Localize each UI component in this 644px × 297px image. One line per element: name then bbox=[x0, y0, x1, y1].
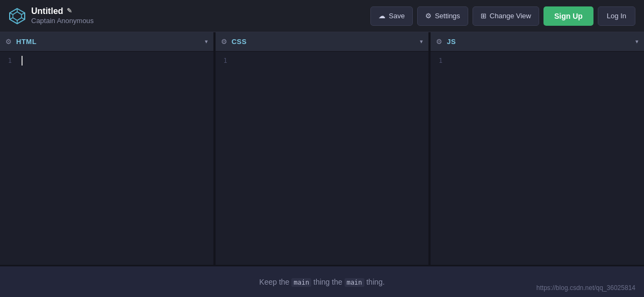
panel-gear-icon-js[interactable]: ⚙ bbox=[436, 38, 442, 46]
panel-html: ⚙ HTML ▾ 1 bbox=[0, 32, 216, 265]
panel-css: ⚙ CSS ▾ 1 bbox=[216, 32, 431, 265]
project-title-text[interactable]: Untitled bbox=[31, 6, 63, 17]
cloud-icon: ☁ bbox=[378, 12, 385, 20]
hint-code-2: main bbox=[345, 278, 364, 287]
panels-row: ⚙ HTML ▾ 1 ⚙ CSS ▾ bbox=[0, 32, 644, 265]
save-button[interactable]: ☁ Save bbox=[370, 6, 413, 26]
change-view-button[interactable]: ⊞ Change View bbox=[473, 6, 539, 26]
hint-text-2: thing the bbox=[313, 278, 342, 286]
panel-header-html: ⚙ HTML ▾ bbox=[0, 32, 213, 52]
settings-label: Settings bbox=[435, 12, 460, 20]
panel-header-left-js: ⚙ JS bbox=[436, 38, 456, 46]
code-cursor-html bbox=[22, 56, 23, 66]
panel-header-left-html: ⚙ HTML bbox=[5, 38, 37, 46]
settings-button[interactable]: ⚙ Settings bbox=[417, 6, 468, 26]
line-gutter-css: 1 bbox=[216, 56, 232, 66]
nav-left: Untitled ✎ Captain Anonymous bbox=[9, 6, 94, 26]
hint-code-1: main bbox=[291, 278, 311, 287]
view-icon: ⊞ bbox=[481, 12, 486, 20]
line-gutter-html: 1 bbox=[0, 56, 16, 66]
chevron-icon-css[interactable]: ▾ bbox=[420, 38, 423, 45]
line-num-js-1: 1 bbox=[439, 56, 442, 66]
panel-header-js: ⚙ JS ▾ bbox=[431, 32, 644, 52]
line-num-css-1: 1 bbox=[223, 56, 227, 66]
logo-icon bbox=[9, 8, 26, 25]
panel-header-css: ⚙ CSS ▾ bbox=[216, 32, 429, 52]
panel-label-css: CSS bbox=[232, 38, 247, 46]
nav-right: ☁ Save ⚙ Settings ⊞ Change View Sign Up … bbox=[370, 6, 635, 26]
panel-header-left-css: ⚙ CSS bbox=[221, 38, 247, 46]
panel-body-js[interactable]: 1 bbox=[431, 52, 644, 265]
save-label: Save bbox=[389, 12, 405, 20]
top-nav: Untitled ✎ Captain Anonymous ☁ Save ⚙ Se… bbox=[0, 0, 644, 32]
title-block: Untitled ✎ Captain Anonymous bbox=[31, 6, 94, 26]
change-view-label: Change View bbox=[490, 12, 531, 20]
panel-body-css[interactable]: 1 bbox=[216, 52, 429, 265]
bottom-bar: Keep the main thing the main thing. http… bbox=[0, 265, 644, 297]
panel-gear-icon-css[interactable]: ⚙ bbox=[221, 38, 227, 46]
panel-js: ⚙ JS ▾ 1 bbox=[431, 32, 644, 265]
gear-btn-icon: ⚙ bbox=[425, 12, 432, 20]
line-gutter-js: 1 bbox=[431, 56, 447, 66]
edit-icon[interactable]: ✎ bbox=[67, 7, 72, 16]
panel-label-html: HTML bbox=[16, 38, 37, 46]
bottom-hint: Keep the main thing the main thing. bbox=[259, 278, 384, 286]
project-title-row: Untitled ✎ bbox=[31, 6, 94, 17]
signup-button[interactable]: Sign Up bbox=[543, 6, 593, 26]
login-button[interactable]: Log In bbox=[598, 6, 635, 26]
panel-gear-icon-html[interactable]: ⚙ bbox=[5, 38, 12, 46]
editor-area: ⚙ HTML ▾ 1 ⚙ CSS ▾ bbox=[0, 32, 644, 265]
panel-label-js: JS bbox=[447, 38, 456, 46]
bottom-link[interactable]: https://blog.csdn.net/qq_36025814 bbox=[536, 284, 635, 292]
svg-marker-1 bbox=[13, 12, 22, 20]
hint-text-1: Keep the bbox=[259, 278, 289, 286]
line-num-1: 1 bbox=[8, 56, 12, 66]
chevron-icon-html[interactable]: ▾ bbox=[205, 38, 208, 45]
hint-text-end: thing. bbox=[366, 278, 384, 286]
panel-body-html[interactable]: 1 bbox=[0, 52, 213, 265]
chevron-icon-js[interactable]: ▾ bbox=[635, 38, 639, 45]
user-name: Captain Anonymous bbox=[31, 17, 94, 26]
